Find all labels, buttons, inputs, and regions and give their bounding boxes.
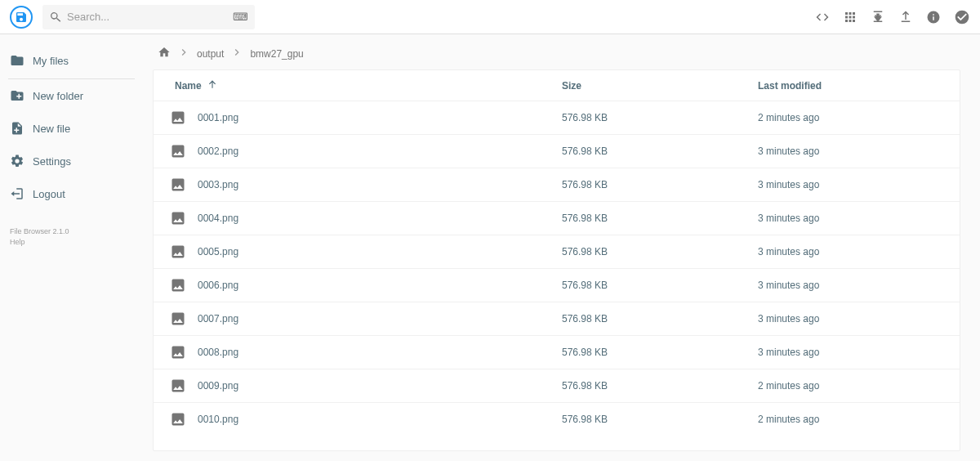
file-name: 0006.png: [198, 280, 238, 291]
app-version: File Browser 2.1.0: [10, 226, 143, 237]
file-size: 576.98 KB: [562, 179, 758, 190]
file-size: 576.98 KB: [562, 112, 758, 123]
file-name: 0004.png: [198, 213, 238, 224]
file-list: Name Size Last modified 0001.png576.98 K…: [153, 69, 960, 451]
image-icon: [170, 210, 186, 226]
image-icon: [170, 244, 186, 260]
file-name: 0009.png: [198, 380, 238, 392]
image-icon: [170, 344, 186, 360]
breadcrumb-home[interactable]: [158, 46, 171, 61]
file-row[interactable]: 0007.png576.98 KB3 minutes ago: [154, 302, 960, 335]
help-link[interactable]: Help: [10, 237, 143, 248]
sidebar-item-newfolder[interactable]: New folder: [8, 79, 135, 112]
file-modified: 3 minutes ago: [758, 213, 943, 224]
file-row[interactable]: 0004.png576.98 KB3 minutes ago: [154, 201, 960, 235]
file-name: 0008.png: [198, 347, 238, 358]
breadcrumb-item[interactable]: output: [197, 48, 224, 60]
file-modified: 3 minutes ago: [758, 313, 943, 324]
file-name: 0007.png: [198, 313, 238, 324]
file-modified: 3 minutes ago: [758, 280, 943, 291]
image-icon: [170, 177, 186, 193]
image-icon: [170, 143, 186, 159]
keyboard-icon: ⌨: [233, 11, 248, 23]
search-input[interactable]: [67, 11, 233, 23]
file-name-cell: 0006.png: [170, 277, 562, 293]
file-name: 0002.png: [198, 145, 238, 157]
logout-icon: [10, 186, 24, 201]
file-row[interactable]: 0006.png576.98 KB3 minutes ago: [154, 268, 960, 302]
column-header-name[interactable]: Name: [170, 78, 562, 92]
view-grid-button[interactable]: [843, 10, 858, 25]
search-box[interactable]: ⌨: [42, 5, 255, 29]
home-icon: [158, 46, 171, 59]
grid-icon: [843, 10, 858, 25]
file-size: 576.98 KB: [562, 280, 758, 291]
sort-asc-icon: [207, 78, 218, 92]
file-modified: 3 minutes ago: [758, 145, 943, 157]
new-folder-icon: [10, 88, 24, 103]
new-file-icon: [10, 121, 24, 136]
file-row[interactable]: 0008.png576.98 KB3 minutes ago: [154, 335, 960, 369]
sidebar-item-label: Logout: [33, 188, 65, 200]
file-modified: 3 minutes ago: [758, 179, 943, 190]
file-size: 576.98 KB: [562, 414, 758, 425]
folder-icon: [10, 53, 24, 68]
download-icon: [871, 10, 885, 25]
file-name-cell: 0007.png: [170, 311, 562, 327]
toggle-shell-button[interactable]: [815, 10, 830, 25]
info-button[interactable]: [926, 10, 941, 25]
file-name-cell: 0003.png: [170, 177, 562, 193]
file-row[interactable]: 0002.png576.98 KB3 minutes ago: [154, 134, 960, 168]
file-modified: 3 minutes ago: [758, 347, 943, 358]
upload-icon: [898, 10, 913, 25]
chevron-right-icon: [230, 46, 243, 61]
upload-button[interactable]: [898, 10, 913, 25]
file-modified: 2 minutes ago: [758, 112, 943, 123]
file-row[interactable]: 0010.png576.98 KB2 minutes ago: [154, 402, 960, 436]
topbar: ⌨: [0, 0, 980, 34]
file-row[interactable]: 0009.png576.98 KB2 minutes ago: [154, 369, 960, 402]
sidebar-footer: File Browser 2.1.0 Help: [0, 226, 143, 247]
sidebar-item-label: New file: [33, 123, 70, 135]
file-size: 576.98 KB: [562, 347, 758, 358]
gear-icon: [10, 154, 24, 168]
breadcrumb: output bmw27_gpu: [153, 44, 960, 69]
chevron-right-icon: [177, 46, 190, 61]
file-size: 576.98 KB: [562, 380, 758, 392]
download-button[interactable]: [871, 10, 885, 25]
app-logo[interactable]: [10, 6, 33, 29]
file-name: 0010.png: [198, 414, 238, 425]
file-row[interactable]: 0005.png576.98 KB3 minutes ago: [154, 235, 960, 268]
file-size: 576.98 KB: [562, 213, 758, 224]
code-icon: [815, 10, 830, 25]
sidebar-item-settings[interactable]: Settings: [8, 145, 135, 177]
file-modified: 2 minutes ago: [758, 380, 943, 392]
file-name: 0003.png: [198, 179, 238, 190]
breadcrumb-item[interactable]: bmw27_gpu: [250, 48, 303, 60]
file-name-cell: 0009.png: [170, 378, 562, 394]
main: output bmw27_gpu Name Size Last modified…: [143, 34, 980, 461]
file-name-cell: 0002.png: [170, 143, 562, 159]
sidebar-item-logout[interactable]: Logout: [8, 177, 135, 210]
column-header-modified[interactable]: Last modified: [758, 80, 943, 92]
select-button[interactable]: [954, 9, 970, 25]
sidebar-item-label: My files: [33, 55, 69, 67]
save-icon: [15, 11, 28, 24]
file-row[interactable]: 0003.png576.98 KB3 minutes ago: [154, 168, 960, 201]
file-name-cell: 0001.png: [170, 110, 562, 126]
sidebar: My files New folder New file Settings Lo…: [0, 34, 143, 461]
file-name: 0005.png: [198, 246, 238, 257]
file-size: 576.98 KB: [562, 313, 758, 324]
file-name-cell: 0010.png: [170, 411, 562, 427]
sidebar-item-myfiles[interactable]: My files: [8, 44, 135, 77]
topbar-actions: [815, 9, 970, 25]
file-row[interactable]: 0001.png576.98 KB2 minutes ago: [154, 101, 960, 134]
sidebar-item-label: New folder: [33, 90, 83, 102]
file-name-cell: 0004.png: [170, 210, 562, 226]
sidebar-item-newfile[interactable]: New file: [8, 112, 135, 145]
file-size: 576.98 KB: [562, 246, 758, 257]
file-modified: 3 minutes ago: [758, 246, 943, 257]
image-icon: [170, 378, 186, 394]
sidebar-item-label: Settings: [33, 155, 71, 168]
column-header-size[interactable]: Size: [562, 80, 758, 92]
